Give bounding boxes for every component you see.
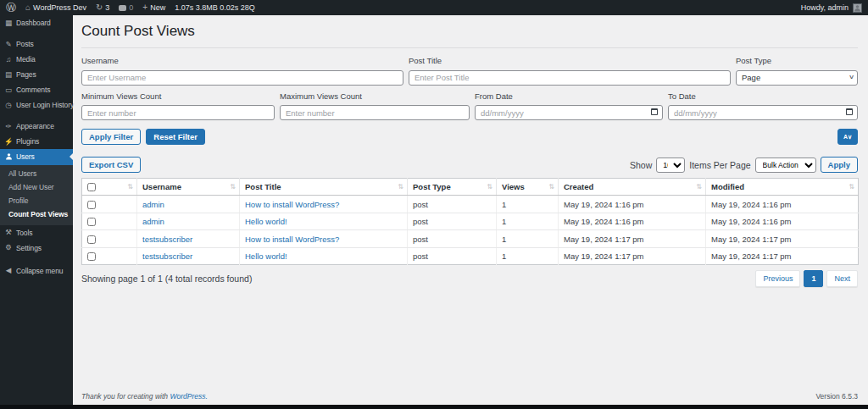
new-content-menu[interactable]: + New <box>142 3 165 12</box>
sidebar-item-pages[interactable]: ▤ Pages <box>0 67 73 82</box>
submenu-item-profile[interactable]: Profile <box>0 194 73 207</box>
row-checkbox[interactable] <box>87 218 96 226</box>
select-all-checkbox[interactable] <box>87 183 96 191</box>
post-title-link[interactable]: How to install WordPress? <box>245 235 339 244</box>
username-link[interactable]: admin <box>142 217 164 226</box>
sidebar-item-user-login-history[interactable]: ◷ User Login History <box>0 97 73 113</box>
new-label: New <box>150 3 165 12</box>
column-header-views[interactable]: Views ⇅ <box>497 179 559 196</box>
sidebar-item-media[interactable]: ♫ Media <box>0 52 73 67</box>
post-title-input[interactable] <box>409 70 731 86</box>
post-type-cell: post <box>408 230 497 247</box>
filter-row-2: Minimum Views Count Maximum Views Count … <box>81 91 858 121</box>
calendar-icon[interactable] <box>846 108 853 115</box>
bulk-actions-select[interactable]: Bulk Actions <box>755 158 816 173</box>
items-per-page-select[interactable]: 10 <box>656 158 685 173</box>
created-cell: May 19, 2024 1:17 pm <box>559 247 706 264</box>
post-type-label: Post Type <box>736 56 858 65</box>
az-toggle-button[interactable]: A∨ <box>837 129 858 145</box>
site-name-menu[interactable]: ⌂ WordPress Dev <box>25 3 86 12</box>
sidebar-item-label: Settings <box>16 244 42 252</box>
modified-cell: May 19, 2024 1:17 pm <box>706 247 859 264</box>
admin-bar-left: Ⓦ ⌂ WordPress Dev ↻ 3 0 + New 1.07s 3.8M… <box>0 1 255 15</box>
to-date-input[interactable] <box>668 105 858 120</box>
username-link[interactable]: testsubscriber <box>142 235 192 244</box>
column-header-username[interactable]: Username ⇅ <box>137 179 240 196</box>
post-title-link[interactable]: Hello world! <box>245 251 287 261</box>
sidebar-item-appearance[interactable]: ✑ Appearance <box>0 119 73 134</box>
post-type-cell: post <box>408 213 497 229</box>
row-checkbox[interactable] <box>87 201 96 209</box>
updates-menu[interactable]: ↻ 3 <box>96 3 109 12</box>
settings-icon: ⚙ <box>4 244 13 251</box>
select-all-header[interactable]: ⇅ <box>82 179 137 196</box>
sort-icon: ⇅ <box>548 183 554 191</box>
username-link[interactable]: testsubscriber <box>142 251 192 261</box>
bulk-apply-button[interactable]: Apply <box>821 157 858 173</box>
post-title-link[interactable]: How to install WordPress? <box>245 200 339 209</box>
collapse-menu-button[interactable]: ◀ Collapse menu <box>0 263 73 279</box>
apply-filter-button[interactable]: Apply Filter <box>81 129 141 145</box>
sidebar-item-plugins[interactable]: ⚡ Plugins <box>0 134 73 149</box>
admin-bar: Ⓦ ⌂ WordPress Dev ↻ 3 0 + New 1.07s 3.8M… <box>0 0 868 15</box>
current-page-button[interactable]: 1 <box>804 270 823 287</box>
username-link[interactable]: admin <box>142 200 164 209</box>
admin-bar-right: Howdy, admin <box>801 3 868 13</box>
max-views-input[interactable] <box>280 105 470 120</box>
sidebar-item-dashboard[interactable]: ▦ Dashboard <box>0 15 73 30</box>
calendar-icon[interactable] <box>651 108 658 115</box>
previous-page-button[interactable]: Previous <box>755 270 800 287</box>
pagination-row: Showing page 1 of 1 (4 total records fou… <box>81 270 858 287</box>
min-views-input[interactable] <box>81 105 275 120</box>
table-row: testsubscriber How to install WordPress?… <box>82 230 859 247</box>
reset-filter-button[interactable]: Reset Filter <box>146 129 205 145</box>
sort-icon: ⇅ <box>696 183 702 191</box>
filter-row-1: Username Post Title Post Type Page ∨ <box>81 56 858 86</box>
post-title-link[interactable]: Hello world! <box>245 217 287 226</box>
sidebar-item-comments[interactable]: ▭ Comments <box>0 82 73 97</box>
post-title-label: Post Title <box>409 56 731 65</box>
post-type-select[interactable]: Page <box>736 70 858 86</box>
sort-icon: ⇅ <box>230 183 236 191</box>
sort-icon: ⇅ <box>487 183 492 191</box>
comments-icon: ▭ <box>4 86 13 94</box>
column-header-post-type[interactable]: Post Type ⇅ <box>408 179 497 196</box>
modified-cell: May 19, 2024 1:17 pm <box>706 230 859 247</box>
sidebar-item-label: Posts <box>16 40 34 48</box>
sidebar-item-settings[interactable]: ⚙ Settings <box>0 240 73 256</box>
row-checkbox[interactable] <box>87 252 96 261</box>
table-row: testsubscriber Hello world! post 1 May 1… <box>82 247 859 264</box>
sidebar-item-posts[interactable]: ✎ Posts <box>0 36 73 52</box>
sidebar-item-users[interactable]: Users <box>0 149 73 165</box>
home-icon: ⌂ <box>25 3 31 12</box>
submenu-item-all-users[interactable]: All Users <box>0 167 73 180</box>
footer-version: Version 6.5.3 <box>815 392 858 401</box>
next-page-button[interactable]: Next <box>826 270 858 287</box>
pages-icon: ▤ <box>4 71 13 79</box>
row-checkbox[interactable] <box>87 235 96 244</box>
submenu-item-add-new-user[interactable]: Add New User <box>0 180 73 194</box>
avatar[interactable] <box>853 3 862 13</box>
footer: Thank you for creating with WordPress. V… <box>81 392 858 401</box>
submenu-item-count-post-views[interactable]: Count Post Views <box>0 207 73 221</box>
sort-icon: ⇅ <box>398 183 403 191</box>
username-input[interactable] <box>81 70 403 86</box>
pagination-summary: Showing page 1 of 1 (4 total records fou… <box>81 274 252 284</box>
sidebar-item-tools[interactable]: ⚒ Tools <box>0 225 73 240</box>
comments-menu[interactable]: 0 <box>119 3 133 12</box>
performance-stats[interactable]: 1.07s 3.8MB 0.02s 28Q <box>175 3 255 12</box>
howdy-menu[interactable]: Howdy, admin <box>801 3 849 12</box>
items-per-page-label: Items Per Page <box>689 160 750 170</box>
min-views-label: Minimum Views Count <box>81 91 275 101</box>
export-csv-button[interactable]: Export CSV <box>81 157 141 173</box>
main-content: Count Post Views Username Post Title Pos… <box>73 15 868 409</box>
sidebar-item-label: Dashboard <box>16 19 51 27</box>
wordpress-link[interactable]: WordPress. <box>170 392 207 401</box>
collapse-icon: ◀ <box>4 267 13 274</box>
sidebar-item-label: Pages <box>16 70 36 79</box>
column-header-post-title[interactable]: Post Title ⇅ <box>240 179 408 196</box>
column-header-created[interactable]: Created ⇅ <box>559 179 706 196</box>
wordpress-logo-icon[interactable]: Ⓦ <box>6 1 16 15</box>
from-date-input[interactable] <box>475 105 663 120</box>
column-header-modified[interactable]: Modified ⇅ <box>706 179 859 196</box>
